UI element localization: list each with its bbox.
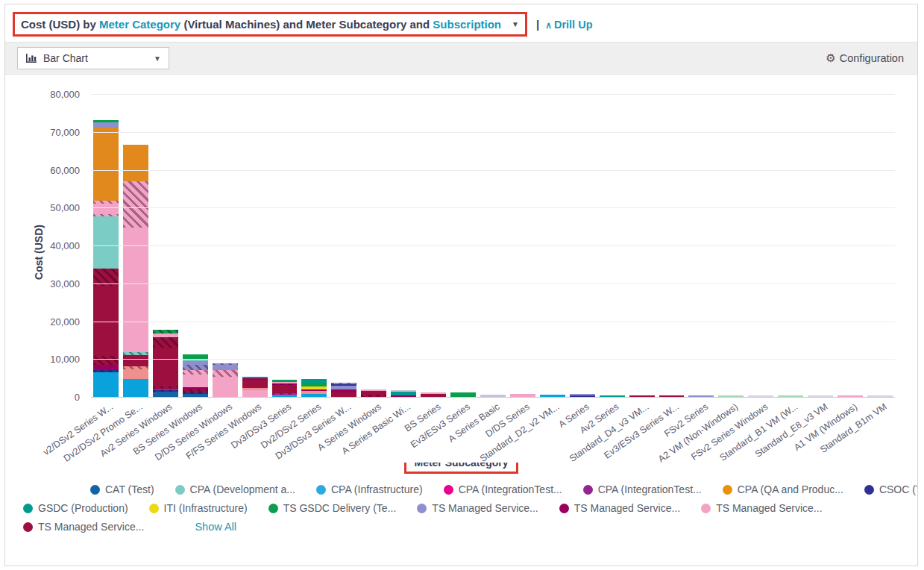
show-all-link[interactable]: Show All [195,521,236,533]
y-tick-label: 10,000 [50,354,80,365]
legend-swatch-icon [90,485,100,495]
gear-icon: ⚙ [826,51,835,65]
legend-swatch-icon [444,485,453,495]
bar-segment[interactable] [242,390,268,397]
bar-segment[interactable] [93,122,119,128]
bar-chart-icon [25,53,37,63]
bar-segment[interactable] [123,145,148,181]
legend-item[interactable]: CPA (Infrastructure) [316,483,423,495]
separator: | [536,18,539,31]
legend-label: CPA (Development a... [190,483,295,495]
bar-segment[interactable] [93,372,119,397]
legend-item[interactable]: TS Managed Service... [559,502,680,514]
legend-label: TS Managed Service... [574,502,680,514]
chart-legend: CAT (Test)CPA (Development a...CPA (Infr… [5,480,917,547]
legend-swatch-icon [268,504,278,513]
legend-label: TS Managed Service... [432,502,538,514]
bar-segment[interactable] [93,365,119,370]
bar-segment[interactable] [123,228,148,352]
legend-swatch-icon [559,504,569,513]
legend-item[interactable]: CPA (IntegrationTest... [444,483,562,495]
legend-item[interactable]: TS Managed Service... [417,502,538,514]
x-axis-labels: v2/DSv2 Series W...Dv2/DSv2 Promo Se...A… [91,397,895,463]
legend-swatch-icon [417,504,427,513]
legend-label: GSDC (Production) [38,502,128,514]
gridline [91,359,895,360]
legend-item[interactable]: ITI (Infrastructure) [149,502,248,514]
gridline [91,132,895,133]
y-tick-label: 30,000 [50,278,80,289]
legend-item[interactable]: CPA (IntegrationTest... [583,483,702,495]
bar[interactable] [272,380,298,397]
bar-segment[interactable] [123,181,148,228]
bar[interactable] [361,389,386,397]
title-dropdown-caret-icon[interactable]: ▼ [512,20,519,28]
bar-segment[interactable] [93,204,119,214]
bar-segment[interactable] [153,348,178,386]
bar-segment[interactable] [123,369,148,379]
gridline [91,94,895,95]
legend-item[interactable]: TS GSDC Delivery (Te... [268,502,397,514]
y-tick-label: 60,000 [50,165,80,176]
gridline [91,207,895,208]
legend-item[interactable]: TS Managed Service... [701,502,822,514]
bar-segment[interactable] [153,392,178,397]
title-prefix: Cost (USD) by [21,18,96,31]
y-tick-label: 50,000 [50,202,80,213]
configuration-button[interactable]: ⚙ Configuration [826,51,904,65]
bar-segment[interactable] [123,355,148,366]
cost-report-card: Cost (USD) by Meter Category (Virtual Ma… [4,4,918,566]
legend-swatch-icon [23,504,33,513]
y-tick-label: 0 [75,392,80,403]
legend-item[interactable]: CAT (Test) [90,483,154,495]
legend-row: GSDC (Production)ITI (Infrastructure)TS … [23,502,899,514]
subscription-link[interactable]: Subscription [433,18,501,31]
legend-item[interactable]: GSDC (Production) [23,502,128,514]
bar-segment[interactable] [272,385,298,393]
legend-label: CAT (Test) [105,483,154,495]
bar-segment[interactable] [93,128,119,201]
legend-label: CPA (QA and Produc... [738,483,843,495]
drill-up-caret-icon: ∧ [545,20,552,31]
bar[interactable] [331,383,356,397]
bar[interactable] [93,120,119,397]
bar-segment[interactable] [242,380,268,388]
chart-type-dropdown[interactable]: Bar Chart ▼ [17,47,169,69]
legend-swatch-icon [175,485,185,495]
bar-segment[interactable] [93,216,119,269]
report-title: Cost (USD) by Meter Category (Virtual Ma… [21,18,501,31]
y-axis-ticks: 010,00020,00030,00040,00050,00060,00070,… [5,94,84,397]
drill-up-button[interactable]: ∧Drill Up [545,19,592,31]
bar-segment[interactable] [93,356,119,365]
legend-item[interactable]: CPA (Development a... [175,483,295,495]
gridline [91,397,895,398]
legend-item[interactable]: TS Managed Service... [23,521,144,533]
bar-segment[interactable] [153,337,178,348]
bar-segment[interactable] [213,365,238,370]
legend-item[interactable]: CSOC (Test) [864,483,918,495]
legend-item[interactable]: CPA (QA and Produc... [723,483,843,495]
bar-segment[interactable] [213,370,238,377]
bar[interactable] [153,330,178,397]
gridline [91,284,895,284]
bar-segment[interactable] [183,365,208,370]
y-tick-label: 70,000 [50,127,80,138]
bar[interactable] [391,390,416,397]
legend-row: CAT (Test)CPA (Development a...CPA (Infr… [90,483,899,495]
bar[interactable] [213,363,238,397]
bar[interactable] [301,379,327,397]
bar-segment[interactable] [123,379,148,397]
meter-category-link[interactable]: Meter Category [99,18,180,31]
bar-segment[interactable] [183,375,208,387]
bar[interactable] [242,377,268,397]
bar[interactable] [183,354,208,397]
bar-segment[interactable] [213,377,238,397]
legend-label: TS Managed Service... [38,521,144,533]
chart-toolbar: Bar Chart ▼ ⚙ Configuration [5,42,917,75]
header-actions: | ∧Drill Up [536,18,593,31]
legend-label: CPA (IntegrationTest... [598,483,702,495]
legend-swatch-icon [701,504,711,513]
gridline [91,322,895,322]
legend-label: TS GSDC Delivery (Te... [283,502,397,514]
annotation-box-title: Cost (USD) by Meter Category (Virtual Ma… [13,12,527,37]
